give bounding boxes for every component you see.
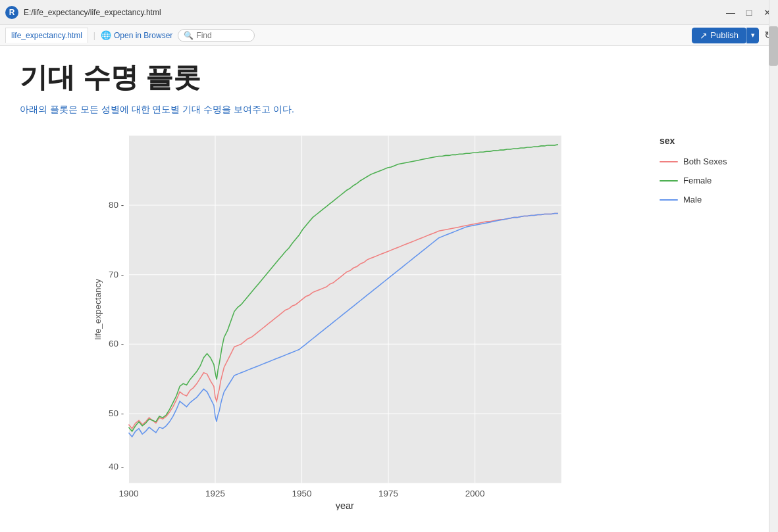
- tab-bar-right: ↗ Publish ▾ ↻: [692, 28, 773, 43]
- svg-text:1975: 1975: [378, 489, 398, 498]
- search-icon: 🔍: [184, 31, 194, 40]
- male-legend-label: Male: [683, 195, 702, 205]
- window-controls: — □ ✕: [725, 7, 773, 18]
- scrollbar[interactable]: [769, 0, 778, 532]
- female-legend-line: [660, 180, 678, 181]
- minimize-button[interactable]: —: [725, 7, 736, 18]
- legend-item-female: Female: [660, 176, 758, 185]
- tab-separator: |: [93, 31, 95, 40]
- search-box[interactable]: 🔍: [178, 29, 255, 42]
- title-bar-left: R E:/life_expectancy/life_expectancy.htm…: [5, 6, 161, 19]
- publish-icon: ↗: [700, 30, 708, 41]
- svg-text:1950: 1950: [292, 489, 312, 498]
- svg-text:40 -: 40 -: [109, 462, 124, 472]
- both-sexes-legend-label: Both Sexes: [683, 157, 727, 166]
- male-legend-line: [660, 199, 678, 201]
- content-area: 기대 수명 플롯 아래의 플롯은 모든 성별에 대한 연도별 기대 수명을 보여…: [0, 46, 778, 532]
- svg-text:80 -: 80 -: [109, 200, 124, 210]
- svg-text:70 -: 70 -: [109, 270, 124, 279]
- chart-container: 80 - 70 - 60 - 50 - 40 - 1900 1925 1950 …: [20, 129, 758, 519]
- svg-text:2000: 2000: [465, 489, 485, 498]
- open-browser-label: Open in Browser: [114, 31, 172, 40]
- browser-icon: 🌐: [101, 30, 111, 40]
- legend-item-male: Male: [660, 195, 758, 205]
- page-title: 기대 수명 플롯: [20, 59, 758, 96]
- tab-bar: life_expectancy.html | 🌐 Open in Browser…: [0, 25, 778, 46]
- title-bar: R E:/life_expectancy/life_expectancy.htm…: [0, 0, 778, 25]
- svg-text:1925: 1925: [205, 489, 225, 498]
- r-icon: R: [5, 6, 18, 19]
- open-browser-button[interactable]: 🌐 Open in Browser: [101, 30, 172, 40]
- legend-item-both-sexes: Both Sexes: [660, 157, 758, 166]
- svg-text:1900: 1900: [118, 489, 138, 498]
- svg-text:50 -: 50 -: [109, 408, 124, 418]
- publish-dropdown-button[interactable]: ▾: [746, 28, 759, 43]
- page-subtitle: 아래의 플롯은 모든 성별에 대한 연도별 기대 수명을 보여주고 이다.: [20, 104, 758, 116]
- maximize-button[interactable]: □: [744, 7, 754, 18]
- chart-legend: sex Both Sexes Female Male: [653, 129, 758, 519]
- both-sexes-legend-line: [660, 161, 678, 162]
- legend-title: sex: [660, 135, 758, 146]
- publish-button-group: ↗ Publish ▾: [692, 28, 759, 43]
- window-title: E:/life_expectancy/life_expectancy.html: [24, 8, 161, 17]
- svg-text:60 -: 60 -: [109, 339, 124, 349]
- female-legend-label: Female: [683, 176, 712, 185]
- search-input[interactable]: [196, 31, 249, 40]
- svg-text:year: year: [336, 500, 354, 510]
- active-tab[interactable]: life_expectancy.html: [5, 28, 88, 43]
- scrollbar-thumb[interactable]: [769, 26, 778, 66]
- svg-rect-0: [128, 135, 561, 483]
- chart-svg: 80 - 70 - 60 - 50 - 40 - 1900 1925 1950 …: [20, 129, 640, 510]
- tab-bar-left: life_expectancy.html | 🌐 Open in Browser…: [5, 28, 255, 43]
- svg-text:life_expectancy: life_expectancy: [93, 279, 103, 340]
- publish-label: Publish: [710, 30, 739, 40]
- chart-svg-wrapper: 80 - 70 - 60 - 50 - 40 - 1900 1925 1950 …: [20, 129, 640, 519]
- publish-button[interactable]: ↗ Publish: [692, 28, 746, 43]
